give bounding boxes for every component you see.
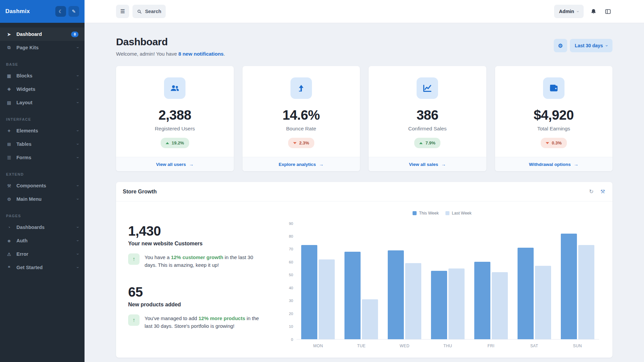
search-button[interactable]: Search bbox=[132, 5, 165, 18]
chevron-down-icon: › bbox=[575, 11, 580, 12]
sidebar: Dashmix ☾ ✎ ➤ Dashboard 8 ⧉ Page Kits › … bbox=[0, 0, 85, 362]
sidebar-section-pages: PAGES bbox=[0, 206, 85, 221]
dashboard-settings-button[interactable]: ⚙ bbox=[554, 39, 567, 52]
legend-swatch bbox=[413, 211, 417, 215]
sidebar-item-get-started[interactable]: ❝ Get Started › bbox=[0, 261, 85, 274]
y-tick-label: 20 bbox=[289, 312, 293, 316]
stat-link-label: Withdrawal options bbox=[529, 162, 571, 167]
customers-note-text: You have a 12% customer growth in the la… bbox=[145, 253, 262, 269]
chevron-down-icon: › bbox=[75, 185, 80, 186]
bar-last-week bbox=[319, 259, 335, 339]
chevron-down-icon: › bbox=[75, 130, 80, 131]
bar-group bbox=[513, 248, 556, 339]
explore-analytics-link[interactable]: Explore analytics → bbox=[243, 157, 360, 171]
stat-label: Registered Users bbox=[123, 126, 227, 132]
arrow-right-icon: → bbox=[319, 162, 324, 167]
chart-grid: 0102030405060708090 bbox=[285, 224, 599, 340]
y-tick-label: 80 bbox=[289, 235, 293, 239]
arrow-up-icon bbox=[290, 77, 312, 99]
chart-legend: This Week Last Week bbox=[285, 211, 599, 216]
theme-brush-button[interactable]: ✎ bbox=[68, 6, 79, 17]
sidebar-item-components[interactable]: ⚒ Components › bbox=[0, 179, 85, 192]
x-tick-label: FRI bbox=[469, 344, 513, 348]
store-growth-title: Store Growth bbox=[123, 189, 157, 195]
sidebar-item-main-menu[interactable]: ⚙ Main Menu › bbox=[0, 192, 85, 206]
new-notifications-link[interactable]: 8 new notifications bbox=[178, 51, 224, 57]
chevron-down-icon: › bbox=[75, 157, 80, 158]
stat-link-label: View all sales bbox=[409, 162, 438, 167]
user-menu-button[interactable]: Admin › bbox=[554, 5, 584, 18]
stat-value: 14.6% bbox=[249, 108, 354, 123]
sidebar-item-widgets[interactable]: ❖ Widgets › bbox=[0, 82, 85, 96]
table-icon: ⊞ bbox=[6, 142, 12, 147]
stat-link-label: Explore analytics bbox=[279, 162, 316, 167]
search-label: Search bbox=[145, 9, 161, 14]
warning-icon: ⚠ bbox=[6, 252, 12, 257]
options-wrench-button[interactable]: ⚒ bbox=[600, 188, 606, 195]
bar-this-week bbox=[474, 262, 490, 339]
brand-logo[interactable]: Dashmix bbox=[5, 8, 30, 15]
line-chart-icon bbox=[417, 77, 438, 99]
app-root: Dashmix ☾ ✎ ➤ Dashboard 8 ⧉ Page Kits › … bbox=[0, 0, 644, 362]
legend-item-last-week[interactable]: Last Week bbox=[445, 211, 472, 216]
view-all-users-link[interactable]: View all users → bbox=[116, 157, 234, 171]
sidebar-item-tables[interactable]: ⊞ Tables › bbox=[0, 137, 85, 151]
page-subtitle: Welcome, admin! You have 8 new notificat… bbox=[116, 51, 225, 57]
x-tick-label: THU bbox=[426, 344, 470, 348]
sidebar-item-dashboards[interactable]: ◔ Dashboards › bbox=[0, 221, 85, 234]
legend-label: Last Week bbox=[452, 211, 472, 216]
trend-up-icon bbox=[419, 142, 423, 144]
bar-group bbox=[556, 234, 599, 339]
stat-link-label: View all users bbox=[156, 162, 186, 167]
sidebar-item-auth[interactable]: ☻ Auth › bbox=[0, 234, 85, 247]
user-icon: ☻ bbox=[6, 238, 12, 243]
legend-item-this-week[interactable]: This Week bbox=[413, 211, 439, 216]
chevron-down-icon: › bbox=[604, 45, 609, 46]
blocks-icon: ▦ bbox=[6, 73, 12, 78]
sidebar-item-label: Widgets bbox=[16, 86, 35, 92]
gauge-icon: ◔ bbox=[6, 225, 12, 230]
sidebar-item-forms[interactable]: ☰ Forms › bbox=[0, 151, 85, 164]
sidebar-item-blocks[interactable]: ▦ Blocks › bbox=[0, 69, 85, 82]
dark-mode-button[interactable]: ☾ bbox=[55, 6, 66, 17]
chevron-down-icon: › bbox=[75, 102, 80, 103]
sidebar-item-label: Main Menu bbox=[16, 196, 42, 202]
y-tick-label: 50 bbox=[289, 273, 293, 277]
view-all-sales-link[interactable]: View all sales → bbox=[369, 157, 486, 171]
page-title: Dashboard bbox=[116, 36, 225, 48]
side-panel-toggle-button[interactable] bbox=[603, 7, 612, 16]
side-panel-icon bbox=[605, 8, 611, 15]
stat-card-body: 2,388 Registered Users 19.2% bbox=[116, 66, 234, 157]
stat-card-total-earnings: $4,920 Total Earnings 0.3% Withdrawal op… bbox=[495, 66, 613, 171]
trend-badge: 19.2% bbox=[161, 138, 189, 148]
sidebar-item-dashboard[interactable]: ➤ Dashboard 8 bbox=[0, 27, 85, 41]
menu-toggle-button[interactable]: ☰ bbox=[116, 5, 129, 18]
withdrawal-options-link[interactable]: Withdrawal options → bbox=[495, 157, 613, 171]
sidebar-item-error[interactable]: ⚠ Error › bbox=[0, 247, 85, 261]
stat-value: $4,920 bbox=[502, 108, 606, 123]
date-range-button[interactable]: Last 30 days › bbox=[570, 39, 612, 52]
widgets-icon: ❖ bbox=[6, 87, 12, 92]
moon-icon: ☾ bbox=[59, 9, 63, 14]
products-block: 65 New products added ↑ You've managed t… bbox=[128, 285, 266, 330]
wallet-icon bbox=[543, 77, 565, 99]
topbar-left: ☰ Search bbox=[116, 5, 166, 18]
sidebar-item-label: Components bbox=[16, 183, 46, 188]
notifications-button[interactable] bbox=[589, 7, 598, 16]
sidebar-nav: ➤ Dashboard 8 ⧉ Page Kits › BASE ▦ Block… bbox=[0, 23, 85, 274]
user-menu-label: Admin bbox=[559, 9, 574, 14]
bar-this-week bbox=[431, 271, 447, 339]
products-note: ↑ You've managed to add 12% more product… bbox=[128, 314, 266, 330]
sidebar-item-elements[interactable]: ✦ Elements › bbox=[0, 124, 85, 137]
sidebar-item-layout[interactable]: ▤ Layout › bbox=[0, 96, 85, 109]
tools-icon: ⚒ bbox=[6, 183, 12, 188]
refresh-button[interactable]: ↻ bbox=[588, 188, 594, 195]
y-tick-label: 90 bbox=[289, 222, 293, 226]
bar-last-week bbox=[448, 268, 465, 339]
customers-value: 1,430 bbox=[128, 224, 266, 239]
sidebar-item-page-kits[interactable]: ⧉ Page Kits › bbox=[0, 41, 85, 54]
page-header: Dashboard Welcome, admin! You have 8 new… bbox=[116, 36, 612, 57]
chevron-down-icon: › bbox=[75, 88, 80, 90]
copy-icon: ⧉ bbox=[6, 45, 12, 50]
list-icon: ☰ bbox=[6, 155, 12, 160]
